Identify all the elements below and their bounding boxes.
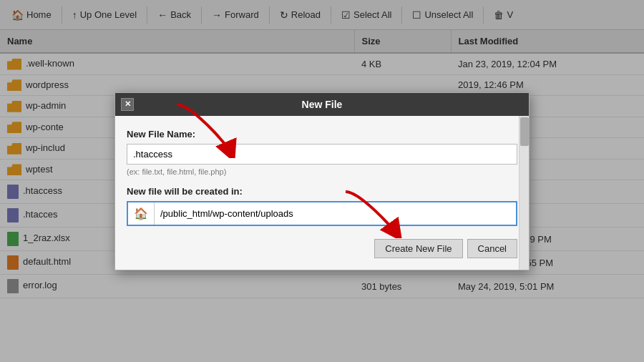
modal-overlay: ✕ New File New File Name: [0, 0, 644, 362]
file-name-input[interactable] [127, 144, 517, 165]
file-name-label: New File Name: [127, 129, 517, 140]
file-name-hint: (ex: file.txt, file.html, file.php) [127, 167, 517, 176]
dialog-body: New File Name: (ex: file.txt, file.html,… [115, 116, 529, 270]
dialog-scrollbar-thumb [520, 117, 529, 146]
cancel-button[interactable]: Cancel [467, 239, 517, 258]
create-new-file-button[interactable]: Create New File [374, 239, 462, 258]
location-label: New file will be created in: [127, 186, 517, 197]
dialog-titlebar: ✕ New File [115, 93, 529, 116]
dialog-footer: Create New File Cancel [127, 236, 517, 258]
location-row: 🏠 [127, 201, 517, 226]
dialog-scrollbar[interactable] [519, 116, 529, 270]
new-file-dialog: ✕ New File New File Name: [114, 92, 530, 270]
dialog-title: New File [302, 99, 343, 110]
location-input[interactable] [155, 204, 516, 223]
location-home-icon: 🏠 [128, 202, 155, 225]
dialog-close-button[interactable]: ✕ [121, 98, 134, 111]
